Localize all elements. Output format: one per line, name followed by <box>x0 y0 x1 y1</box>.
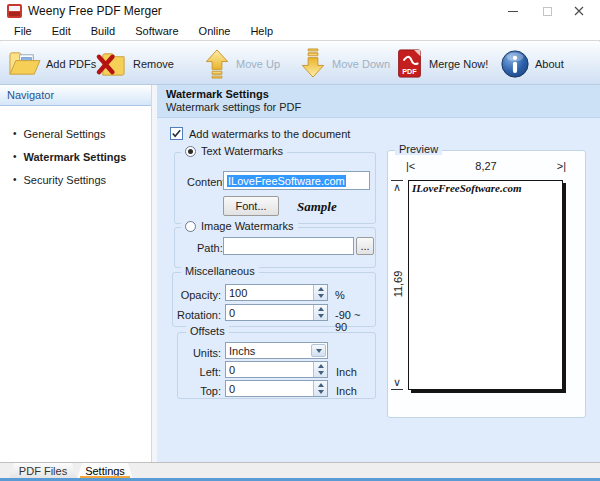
page-title: Watermark Settings <box>166 88 600 100</box>
about-label: About <box>535 58 564 70</box>
navigator-items: • General Settings • Watermark Settings … <box>0 106 151 192</box>
sidebar-item-general-settings[interactable]: • General Settings <box>0 123 151 146</box>
font-sample-text: Sample <box>297 199 337 215</box>
menu-edit[interactable]: Edit <box>42 23 81 39</box>
text-watermarks-radio[interactable]: Text Watermarks <box>181 145 287 157</box>
left-offset-stepper[interactable]: 0 <box>225 361 328 378</box>
miscellaneous-group: Miscellaneous Opacity: 100 % Rotation: 0 <box>172 272 376 327</box>
merge-pdf-icon: PDF <box>395 48 424 79</box>
image-watermarks-group: Image Watermarks Path: ... <box>174 227 376 268</box>
add-pdfs-button[interactable]: Add PDFs <box>8 47 96 80</box>
browse-path-button[interactable]: ... <box>356 237 374 255</box>
ruler-left-end-marker: |< <box>406 160 415 172</box>
spin-down-icon[interactable] <box>314 370 327 378</box>
close-icon <box>574 6 584 16</box>
spin-up-icon[interactable] <box>314 285 327 293</box>
preview-vertical-ruler: ∧ 11,69 ∨ <box>389 180 406 390</box>
menu-build[interactable]: Build <box>81 23 125 39</box>
preview-horizontal-ruler: |< 8,27 >| <box>406 160 566 172</box>
preview-group: Preview |< 8,27 >| ∧ 11,69 ∨ ILoveFreeSo… <box>387 150 586 418</box>
page-height-value: 11,69 <box>392 269 404 299</box>
miscellaneous-title: Miscellaneous <box>181 265 259 277</box>
left-unit: Inch <box>336 366 357 378</box>
rotation-range: -90 ~ 90 <box>335 309 375 333</box>
opacity-value: 100 <box>229 287 247 299</box>
add-pdfs-label: Add PDFs <box>46 58 96 70</box>
merge-now-button[interactable]: PDF Merge Now! <box>395 47 488 80</box>
menu-file[interactable]: File <box>4 23 42 39</box>
preview-title: Preview <box>395 143 442 155</box>
move-down-arrow-icon <box>299 48 327 79</box>
navigator-header: Navigator <box>0 85 151 106</box>
sidebar-item-watermark-settings[interactable]: • Watermark Settings <box>0 146 151 169</box>
opacity-stepper[interactable]: 100 <box>225 284 328 301</box>
path-label: Path: <box>197 242 223 254</box>
menu-help[interactable]: Help <box>240 23 283 39</box>
about-button[interactable]: About <box>500 47 564 80</box>
preview-page: ILoveFreeSoftware.com <box>408 180 563 390</box>
path-input[interactable] <box>223 237 354 255</box>
units-value: Inchs <box>229 345 255 357</box>
top-label: Top: <box>178 385 221 397</box>
remove-folder-icon <box>95 48 128 79</box>
bullet-icon: • <box>13 152 17 162</box>
rotation-label: Rotation: <box>173 309 221 321</box>
units-label: Units: <box>178 347 221 359</box>
move-down-button[interactable]: Move Down <box>299 47 390 80</box>
chevron-down-icon[interactable] <box>311 344 326 357</box>
maximize-button[interactable] <box>532 0 562 22</box>
move-up-label: Move Up <box>236 58 280 70</box>
content-input[interactable]: ILoveFreeSoftware.com <box>223 171 370 190</box>
add-watermarks-checkbox[interactable]: Add watermarks to the document <box>170 127 350 140</box>
remove-button[interactable]: Remove <box>95 47 174 80</box>
opacity-unit: % <box>335 289 345 301</box>
navigator-panel: Navigator • General Settings • Watermark… <box>0 85 152 462</box>
close-button[interactable] <box>564 0 594 22</box>
menu-bar: File Edit Build Software Online Help <box>0 22 600 41</box>
page-header: Watermark Settings Watermark settings fo… <box>157 85 600 118</box>
offsets-title: Offsets <box>186 325 229 337</box>
move-up-arrow-icon <box>203 48 231 79</box>
image-watermarks-radio-label: Image Watermarks <box>201 220 294 232</box>
rotation-value: 0 <box>229 307 235 319</box>
rotation-stepper[interactable]: 0 <box>225 304 328 321</box>
merge-now-label: Merge Now! <box>429 58 488 70</box>
sidebar-item-security-settings[interactable]: • Security Settings <box>0 169 151 192</box>
rotation-spin-buttons[interactable] <box>313 305 327 320</box>
top-offset-value: 0 <box>229 383 235 395</box>
left-label: Left: <box>178 366 221 378</box>
spin-down-icon[interactable] <box>314 313 327 321</box>
spin-down-icon[interactable] <box>314 293 327 301</box>
toolbar: Add PDFs Remove Move Up <box>0 42 600 85</box>
main-panel: Watermark Settings Watermark settings fo… <box>157 85 600 462</box>
image-watermarks-radio[interactable]: Image Watermarks <box>181 220 298 232</box>
minimize-button[interactable] <box>498 0 528 22</box>
tab-settings[interactable]: Settings <box>77 463 133 479</box>
text-watermarks-radio-label: Text Watermarks <box>201 145 283 157</box>
about-info-icon <box>500 49 530 79</box>
font-button[interactable]: Font... <box>223 196 279 216</box>
units-select[interactable]: Inchs <box>225 342 328 359</box>
add-pdfs-folder-icon <box>8 48 41 79</box>
bottom-tab-strip: PDF Files Settings <box>0 462 600 478</box>
spin-up-icon[interactable] <box>314 381 327 389</box>
app-window: Weeny Free PDF Merger File Edit Build So… <box>0 0 600 481</box>
spin-up-icon[interactable] <box>314 305 327 313</box>
left-spin-buttons[interactable] <box>313 362 327 377</box>
bullet-icon: • <box>13 129 17 139</box>
menu-online[interactable]: Online <box>189 23 241 39</box>
ruler-bottom-end-marker: ∨ <box>391 376 403 390</box>
add-watermarks-label: Add watermarks to the document <box>189 128 350 140</box>
spin-up-icon[interactable] <box>314 362 327 370</box>
move-down-label: Move Down <box>332 58 390 70</box>
opacity-spin-buttons[interactable] <box>313 285 327 300</box>
spin-down-icon[interactable] <box>314 389 327 397</box>
menu-software[interactable]: Software <box>125 23 188 39</box>
content-input-value: ILoveFreeSoftware.com <box>227 175 346 187</box>
top-spin-buttons[interactable] <box>313 381 327 396</box>
window-title: Weeny Free PDF Merger <box>28 4 162 18</box>
top-offset-stepper[interactable]: 0 <box>225 380 328 397</box>
tab-pdf-files[interactable]: PDF Files <box>9 463 77 479</box>
move-up-button[interactable]: Move Up <box>203 47 280 80</box>
preview-watermark-text: ILoveFreeSoftware.com <box>412 182 522 194</box>
